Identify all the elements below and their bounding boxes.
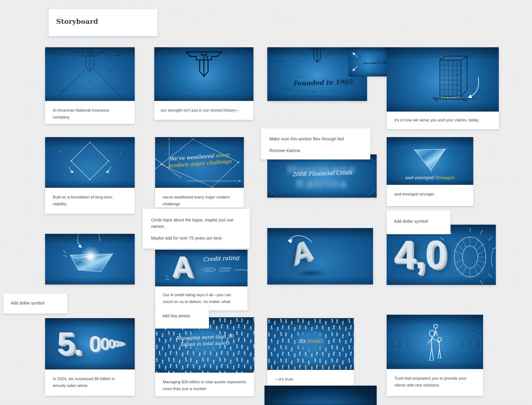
sticky-line: Circle back about the logos, maybe just … — [151, 217, 241, 230]
frame-image-crisis: Hurricane Katrina 2008 Financial Crisis — [267, 154, 377, 198]
crossing-lines-sketch — [155, 137, 240, 187]
speed-dashes — [63, 250, 67, 257]
page-title: Storyboard — [56, 18, 150, 25]
storyboard-card-prism[interactable] — [45, 234, 135, 284]
frame-image-trust: its trust. — [267, 318, 354, 370]
frame-image-building — [387, 47, 499, 112]
rotating-square-sketch — [60, 142, 121, 180]
card-caption: our strength isn't just in our storied h… — [154, 101, 253, 120]
sticky-note-circle-back[interactable]: Circle back about the logos, maybe just … — [143, 209, 250, 249]
storyboard-card-a-flip[interactable]: A — [267, 228, 373, 284]
frame-image-credit-rating: A Credit rating BEST STANDARD & POOR'S F… — [155, 250, 247, 286]
card-caption: Trust that empowers you to provide your … — [387, 369, 483, 396]
big-number-5: 5. — [57, 327, 81, 359]
card-caption: it's in how we serve you and your client… — [387, 112, 499, 129]
storyboard-card-managing[interactable]: Managing more than 30 billion in total a… — [155, 317, 254, 397]
sticky-note-tiny-peeps[interactable]: add tiny peeps — [155, 305, 209, 329]
family-line-art — [428, 324, 442, 360]
yellow-dashes — [441, 96, 459, 98]
sticky-note-flies-fast[interactable]: Make sure this section flies through fas… — [261, 128, 370, 160]
sticky-line: Add dollar symbol — [11, 300, 60, 306]
crowd-silhouettes — [389, 331, 480, 350]
frame-image-weathered: We've weathered every modern major chall… — [155, 137, 244, 188]
frame-image-stronger: and emerged Stronger. — [387, 137, 473, 185]
hurricane-katrina-blurred-text: Hurricane Katrina — [267, 162, 377, 191]
receding-zeros: 00000000 — [89, 318, 123, 369]
frame-image-5-billion: 5. 00000000 — [45, 318, 135, 369]
storyboard-card-stronger[interactable]: and emerged Stronger. and emerged strong… — [387, 137, 473, 206]
storyboard-card-trust[interactable]: its trust. —it's trust. — [267, 318, 354, 392]
sticky-note-add-dollar-left[interactable]: Add dollar symbol — [3, 293, 67, 314]
rotate-arrow-icon — [69, 167, 73, 172]
frame-image-family — [387, 315, 483, 369]
frame-image-founded-mini: Founded in 1905 — [349, 47, 387, 76]
scratch-marks — [54, 56, 122, 90]
card-caption: we've weathered every major modern chall… — [155, 188, 244, 208]
storyboard-card-logo-wireframe[interactable]: At American National insurance company, — [45, 47, 135, 124]
glass-building-sketch — [433, 56, 474, 101]
curved-arrow-icon — [468, 77, 479, 98]
frame-image-logo-wireframe — [45, 47, 135, 101]
expand-arrows-icon — [353, 53, 358, 71]
scratch-marks — [278, 59, 353, 92]
storyboard-card-partial[interactable] — [265, 386, 377, 405]
frame-image-partial — [265, 386, 377, 405]
card-caption: Built on a foundation of long-term stabi… — [45, 188, 135, 214]
storyboard-card-building[interactable]: it's in how we serve you and your client… — [387, 47, 499, 129]
sticky-line: Add dollar symbol — [394, 218, 443, 224]
flip-arrowhead-icon — [288, 239, 293, 243]
whiteboard-canvas[interactable]: { "board": { "title": "Storyboard", "col… — [0, 0, 532, 405]
sticky-line: Make sure this section flies through fas… — [269, 136, 362, 142]
radiating-dashes — [440, 228, 496, 284]
glass-triangle-sketch — [412, 147, 448, 173]
card-caption: Managing $30 billion in total assets rep… — [155, 373, 254, 397]
storyboard-card-diamond[interactable]: Built on a foundation of long-term stabi… — [45, 137, 135, 214]
storyboard-card-logo-outline[interactable]: our strength isn't just in our storied h… — [154, 47, 253, 120]
frame-image-a-flip: A — [267, 228, 373, 284]
rotate-arrow-icon — [106, 167, 111, 172]
card-caption: At American National insurance company, — [45, 101, 135, 124]
card-caption: In 2024, we surpassed $5 billion in annu… — [45, 369, 135, 396]
board-title-card[interactable]: Storyboard — [48, 9, 158, 36]
impact-marks — [165, 275, 169, 280]
frame-image-logo-outline — [154, 47, 253, 101]
storyboard-card-weathered[interactable]: We've weathered every modern major chall… — [155, 137, 244, 208]
frame-image-diamond — [45, 137, 135, 188]
sticky-note-add-dollar-right[interactable]: Add dollar symbol — [387, 210, 451, 234]
storyboard-card-founded-1905-mini[interactable]: Founded in 1905 — [349, 47, 387, 76]
frame-image-prism — [45, 234, 135, 284]
sticky-line: Remove Katrina — [269, 147, 362, 154]
scratch-marks — [167, 67, 243, 92]
card-caption: and emerged stronger. — [387, 185, 473, 206]
storyboard-card-5-billion[interactable]: 5. 00000000 In 2024, we surpassed $5 bil… — [45, 318, 135, 396]
sticky-line: Maybe add for over 75 years am best — [151, 235, 241, 241]
sticky-line: add tiny peeps — [162, 313, 202, 319]
storyboard-card-credit-rating[interactable]: A Credit rating BEST STANDARD & POOR'S F… — [155, 250, 247, 310]
storyboard-card-financial-crisis[interactable]: Hurricane Katrina 2008 Financial Crisis — [267, 154, 377, 198]
tiny-people-pattern — [267, 318, 354, 370]
storyboard-card-family[interactable]: Trust that empowers you to provide your … — [387, 315, 483, 396]
